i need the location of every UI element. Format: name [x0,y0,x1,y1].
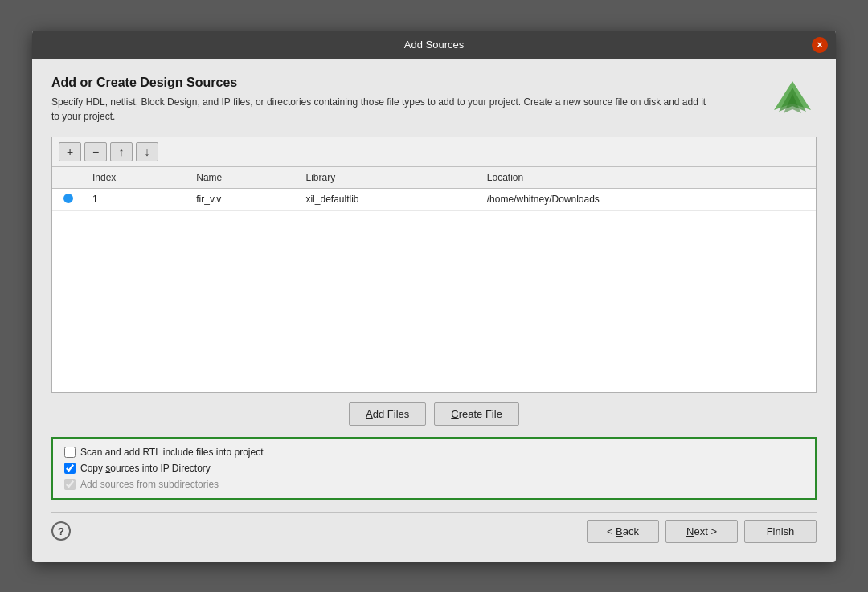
add-sources-dialog: Add Sources × Add or Create Design Sourc… [32,31,836,562]
add-subdirs-label: Add sources from subdirectories [80,479,219,490]
close-button[interactable]: × [812,37,828,53]
move-down-button[interactable]: ↓ [136,142,158,161]
col-header-library: Library [297,167,478,189]
dialog-title: Add Sources [404,39,464,51]
table-row[interactable]: 1 fir_v.v xil_defaultlib /home/whitney/D… [52,188,816,210]
row-name: fir_v.v [188,188,297,210]
help-button[interactable]: ? [51,521,71,541]
table-toolbar: + − ↑ ↓ [52,137,816,167]
header-text: Add or Create Design Sources Specify HDL… [51,76,755,124]
page-description: Specify HDL, netlist, Block Design, and … [51,95,710,124]
next-button[interactable]: Next > [665,520,738,543]
copy-sources-row: Copy sources into IP Directory [64,463,804,474]
finish-button[interactable]: Finish [744,520,817,543]
add-source-button[interactable]: + [59,142,81,161]
sources-table-section: + − ↑ ↓ Index Name Library Location [51,137,817,393]
back-button[interactable]: < Back [587,520,659,543]
add-files-label: Add Files [366,408,409,420]
file-buttons-row: Add Files Create File [51,402,817,426]
add-files-button[interactable]: Add Files [349,402,426,426]
add-subdirs-row: Add sources from subdirectories [64,479,804,490]
bottom-bar: ? < Back Next > Finish [51,512,817,546]
scan-rtl-checkbox[interactable] [64,447,76,458]
sources-table-container: Index Name Library Location 1 fir_v [52,167,816,392]
options-section: Scan and add RTL include files into proj… [51,437,817,500]
status-dot-icon [63,194,73,203]
nav-buttons: < Back Next > Finish [587,520,817,543]
row-index: 1 [84,188,188,210]
header-section: Add or Create Design Sources Specify HDL… [51,76,817,124]
add-subdirs-checkbox [64,479,76,490]
create-file-button[interactable]: Create File [434,402,519,426]
col-header-status [52,167,84,189]
row-status [52,188,84,210]
dialog-content: Add or Create Design Sources Specify HDL… [32,59,836,562]
page-title: Add or Create Design Sources [51,76,755,90]
col-header-index: Index [84,167,188,189]
back-label: < Back [607,525,639,537]
row-location: /home/whitney/Downloads [479,188,816,210]
scan-rtl-label[interactable]: Scan and add RTL include files into proj… [80,447,263,458]
row-library: xil_defaultlib [297,188,478,210]
create-file-label: Create File [451,408,502,420]
logo-area [768,76,817,124]
move-up-button[interactable]: ↑ [110,142,133,161]
copy-sources-checkbox[interactable] [64,463,76,474]
remove-source-button[interactable]: − [84,142,107,161]
vivado-logo-icon [772,80,813,120]
copy-sources-label[interactable]: Copy sources into IP Directory [80,463,211,474]
col-header-name: Name [188,167,297,189]
finish-label: Finish [767,525,795,537]
title-bar: Add Sources × [32,31,836,59]
next-label: Next > [686,525,717,537]
col-header-location: Location [479,167,816,189]
table-header-row: Index Name Library Location [52,167,816,189]
sources-table: Index Name Library Location 1 fir_v [52,167,816,211]
scan-rtl-row: Scan and add RTL include files into proj… [64,447,804,458]
